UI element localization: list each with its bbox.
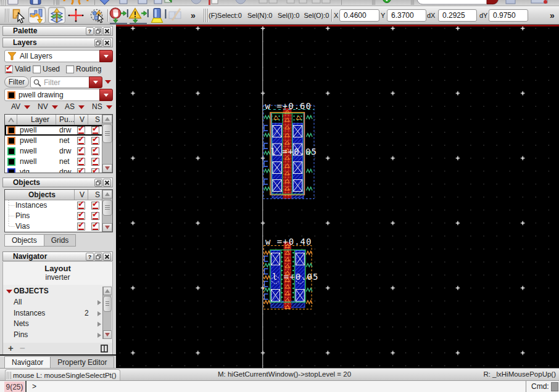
objects-float-button[interactable] bbox=[94, 179, 102, 187]
layer-filter-input[interactable]: Filter bbox=[30, 76, 102, 88]
object-select-checkbox[interactable] bbox=[91, 212, 99, 220]
new-cellview-icon[interactable] bbox=[8, 0, 18, 4]
section-collapse-icon[interactable] bbox=[6, 290, 12, 293]
active-layer-dropdown[interactable] bbox=[99, 89, 113, 101]
palette-titlebar[interactable]: Palette ? bbox=[2, 26, 113, 36]
layer-scope-combo[interactable]: All Layers bbox=[4, 50, 113, 62]
layers-scroll-thumb[interactable] bbox=[102, 124, 112, 143]
stop-hand-button[interactable] bbox=[109, 7, 128, 23]
layer-visible-checkbox[interactable] bbox=[77, 168, 85, 173]
single-select-button[interactable] bbox=[10, 7, 28, 23]
navigator-scroll-up[interactable] bbox=[103, 287, 112, 295]
object-select-checkbox[interactable] bbox=[91, 223, 99, 231]
layer-row-vtg-drw[interactable]: vtgdrw bbox=[5, 167, 112, 173]
toolbar-grip-2[interactable] bbox=[5, 9, 10, 22]
navigator-item-instances[interactable]: Instances2 bbox=[3, 308, 112, 319]
active-layer-combo[interactable]: pwell drawing bbox=[4, 89, 113, 101]
navigator-scroll-thumb[interactable] bbox=[103, 296, 112, 312]
objects-scrollbar[interactable] bbox=[102, 190, 112, 232]
palette-close-button[interactable] bbox=[103, 27, 111, 35]
navigator-float-button[interactable] bbox=[94, 253, 102, 261]
navigator-tab-property-editor[interactable]: Property Editor bbox=[51, 356, 114, 369]
filter-dropdown[interactable] bbox=[89, 76, 102, 88]
objects-titlebar[interactable]: Objects bbox=[2, 178, 113, 187]
palette-help-button[interactable]: ? bbox=[86, 27, 94, 35]
toolbar-top-icons[interactable] bbox=[0, 0, 559, 6]
filter-extra-dropdown[interactable] bbox=[105, 80, 111, 84]
command-input[interactable] bbox=[36, 382, 523, 392]
zoom-icon[interactable] bbox=[100, 0, 110, 4]
layer-visible-checkbox[interactable] bbox=[77, 137, 85, 145]
filter-button[interactable]: Filter bbox=[4, 76, 29, 88]
dx-coord-input[interactable]: 0.2925 bbox=[438, 9, 477, 22]
palette-float-button[interactable] bbox=[94, 27, 102, 35]
crosshair-button[interactable] bbox=[67, 7, 85, 23]
navigator-titlebar[interactable]: Navigator ? bbox=[2, 251, 113, 261]
palette-tab-grids[interactable]: Grids bbox=[44, 234, 77, 247]
layer-select-checkbox[interactable] bbox=[91, 126, 99, 134]
x-coord-input[interactable]: 0.4600 bbox=[339, 9, 379, 22]
dy-coord-input[interactable]: 0.9750 bbox=[489, 9, 528, 22]
layers-close-button[interactable] bbox=[103, 39, 111, 47]
partial-select-button[interactable] bbox=[89, 7, 107, 23]
faint-icon-3[interactable] bbox=[259, 0, 267, 3]
columns-icon[interactable] bbox=[101, 345, 108, 353]
objects-scroll-up[interactable] bbox=[102, 190, 112, 198]
layer-select-checkbox[interactable] bbox=[91, 147, 99, 155]
navigator-section[interactable]: OBJECTS bbox=[3, 287, 112, 297]
lamp-button[interactable] bbox=[149, 7, 167, 23]
navigator-scrollbar[interactable] bbox=[102, 287, 112, 339]
navigator-item-expand-icon[interactable] bbox=[97, 333, 101, 338]
navigator-item-all[interactable]: All bbox=[3, 297, 112, 308]
undo-icon[interactable] bbox=[64, 0, 73, 4]
navigator-help-button[interactable]: ? bbox=[86, 253, 94, 261]
layer-visible-checkbox[interactable] bbox=[77, 126, 85, 134]
layers-scrollbar[interactable] bbox=[102, 115, 112, 173]
object-visible-checkbox[interactable] bbox=[77, 202, 85, 210]
layer-visible-checkbox[interactable] bbox=[77, 158, 85, 166]
delete-icon[interactable] bbox=[209, 0, 210, 5]
routing-checkbox[interactable] bbox=[66, 65, 74, 73]
layer-row-pwell-drw[interactable]: pwelldrw bbox=[5, 125, 103, 136]
navigator-close-button[interactable] bbox=[103, 253, 111, 261]
object-visible-checkbox[interactable] bbox=[77, 223, 85, 231]
navigator-scroll-down[interactable] bbox=[103, 330, 112, 339]
y-coord-input[interactable]: 6.3700 bbox=[387, 9, 426, 22]
layers-titlebar[interactable]: Layers bbox=[2, 38, 113, 47]
history-badge[interactable]: 9(25) bbox=[4, 382, 25, 392]
save-state-icon[interactable] bbox=[506, 0, 515, 4]
faint-icon-4[interactable] bbox=[287, 0, 294, 3]
misc-icon-3[interactable] bbox=[154, 0, 162, 4]
layer-select-checkbox[interactable] bbox=[91, 158, 99, 166]
valid-checkbox[interactable] bbox=[5, 65, 13, 73]
objects-scroll-down[interactable] bbox=[102, 223, 112, 232]
toolbar-overflow-button-2[interactable]: » bbox=[550, 10, 555, 20]
navigator-item-nets[interactable]: Nets bbox=[3, 319, 112, 330]
quick-set-as[interactable]: AS bbox=[65, 102, 85, 111]
object-row-vias[interactable]: Vias bbox=[5, 221, 112, 232]
faint-icon-5[interactable] bbox=[299, 0, 307, 3]
used-checkbox[interactable] bbox=[33, 65, 41, 73]
layers-float-button[interactable] bbox=[94, 39, 102, 47]
object-select-checkbox[interactable] bbox=[91, 202, 99, 210]
quick-set-nv[interactable]: NV bbox=[38, 102, 58, 111]
layer-select-checkbox[interactable] bbox=[91, 168, 99, 173]
redo-icon[interactable] bbox=[79, 0, 88, 4]
reshape-button[interactable] bbox=[28, 7, 46, 23]
objects-close-button[interactable] bbox=[103, 179, 111, 187]
probe-disabled-button[interactable] bbox=[167, 7, 184, 23]
navigator-item-pins[interactable]: Pins bbox=[3, 330, 112, 341]
layout-canvas[interactable]: w =+0.60 l =+0.05 w =+0.40 l =+0.05 bbox=[116, 25, 559, 368]
layer-scope-dropdown[interactable] bbox=[99, 50, 113, 62]
misc-icon-2[interactable] bbox=[138, 0, 147, 4]
quick-set-av[interactable]: AV bbox=[11, 102, 30, 111]
navigator-tab-navigator[interactable]: Navigator bbox=[4, 356, 51, 369]
navigator-item-expand-icon[interactable] bbox=[97, 311, 101, 316]
faint-icon-2[interactable] bbox=[236, 0, 246, 4]
faint-icon-6[interactable] bbox=[312, 0, 320, 3]
toolbar-grip-3[interactable] bbox=[204, 9, 209, 22]
check-valid[interactable]: Valid bbox=[5, 65, 31, 73]
toolbar-search-combo[interactable] bbox=[417, 0, 499, 4]
stop-warning-button[interactable] bbox=[128, 7, 149, 23]
misc-icon-1[interactable] bbox=[120, 0, 127, 4]
